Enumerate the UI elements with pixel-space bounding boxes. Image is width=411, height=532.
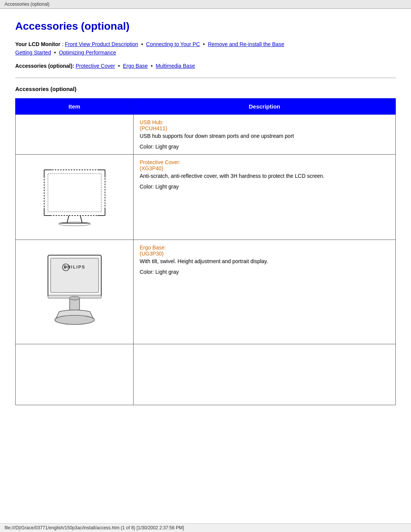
- nav-link-remove[interactable]: Remove and Re-install the Base: [208, 41, 284, 47]
- item-cell-usb: [16, 115, 134, 155]
- table-row: Protective Cover: (XG3P40) Anti-scratch,…: [16, 155, 396, 240]
- cover-name: Protective Cover: (XG3P40): [140, 159, 389, 171]
- desc-cell-empty: [134, 344, 396, 405]
- bullet-1: •: [141, 41, 143, 47]
- page-content: Accessories (optional) Your LCD Monitor …: [0, 9, 411, 428]
- table-row: PHILIPS P: [16, 240, 396, 344]
- bullet-3: •: [54, 50, 56, 56]
- desc-cell-usb: USB Hub: (PCUH411) USB hub supports four…: [134, 115, 396, 155]
- desc-cell-ergo: Ergo Base: (UG3P30) With tilt, swivel. H…: [134, 240, 396, 344]
- usb-hub-desc: USB hub supports four down stream ports …: [140, 133, 389, 139]
- nav-link-connecting[interactable]: Connecting to Your PC: [146, 41, 200, 47]
- table-header-row: Item Description: [16, 99, 396, 115]
- accessories-table: Item Description USB Hub: (PCUH411) USB …: [15, 98, 396, 405]
- statusbar-text: file:///D|/Grace/03771/english/150p3ac/i…: [5, 525, 184, 530]
- item-cell-empty: [16, 344, 134, 405]
- browser-tab: Accessories (optional): [0, 0, 411, 9]
- col-header-description: Description: [134, 99, 396, 115]
- ergo-name: Ergo Base: (UG3P30): [140, 244, 389, 257]
- col-header-item: Item: [16, 99, 134, 115]
- item-cell-cover: [16, 155, 134, 240]
- section-heading: Accessories (optional): [15, 86, 396, 92]
- protective-cover-image: [33, 162, 116, 231]
- nav-section-monitor: Your LCD Monitor : Front View Product De…: [15, 40, 396, 57]
- svg-rect-19: [51, 258, 99, 292]
- usb-hub-name: USB Hub: (PCUH411): [140, 119, 389, 131]
- ergo-base-image: PHILIPS P: [38, 248, 111, 335]
- bullet-2: •: [203, 41, 205, 47]
- svg-rect-0: [44, 170, 105, 216]
- usb-hub-color: Color: Light gray: [140, 144, 389, 150]
- divider: [15, 78, 396, 78]
- svg-point-26: [55, 315, 94, 324]
- desc-cell-cover: Protective Cover: (XG3P40) Anti-scratch,…: [134, 155, 396, 240]
- ergo-desc: With tilt, swivel. Height adjustment and…: [140, 258, 389, 264]
- table-row: USB Hub: (PCUH411) USB hub supports four…: [16, 115, 396, 155]
- nav-link-optimizing[interactable]: Optimizing Performance: [59, 50, 116, 56]
- accessories-label: Accessories (optional):: [15, 63, 74, 69]
- table-row-empty: [16, 344, 396, 405]
- tab-label: Accessories (optional): [5, 2, 49, 7]
- bullet-5: •: [151, 63, 153, 69]
- nav-link-getting-started[interactable]: Getting Started: [15, 50, 51, 56]
- cover-color: Color: Light gray: [140, 184, 389, 190]
- svg-text:P: P: [64, 266, 67, 270]
- item-cell-ergo: PHILIPS P: [16, 240, 134, 344]
- page-title: Accessories (optional): [15, 20, 396, 32]
- ergo-color: Color: Light gray: [140, 269, 389, 275]
- nav-link-ergo-base[interactable]: Ergo Base: [123, 63, 148, 69]
- svg-point-17: [59, 222, 91, 226]
- nav-link-multimedia-base[interactable]: Multimedia Base: [156, 63, 195, 69]
- browser-statusbar: file:///D|/Grace/03771/english/150p3ac/i…: [0, 523, 411, 532]
- nav-link-protective-cover[interactable]: Protective Cover: [76, 63, 115, 69]
- cover-desc: Anti-scratch, anti-reflective cover, wit…: [140, 173, 389, 179]
- lcd-monitor-label: Your LCD Monitor: [15, 41, 61, 47]
- bullet-4: •: [118, 63, 120, 69]
- svg-point-25: [69, 296, 80, 300]
- svg-text:PHILIPS: PHILIPS: [64, 265, 85, 269]
- nav-section-accessories: Accessories (optional): Protective Cover…: [15, 62, 396, 70]
- nav-link-front-view[interactable]: Front View Product Description: [65, 41, 138, 47]
- svg-rect-1: [48, 174, 101, 212]
